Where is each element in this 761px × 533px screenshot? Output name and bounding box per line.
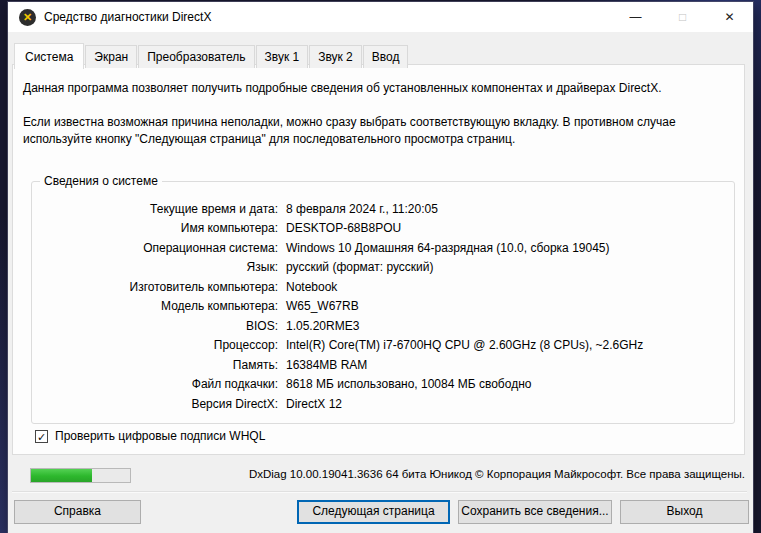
info-value: DirectX 12 [286,397,342,411]
info-label: Версия DirectX: [32,397,278,411]
info-label: Операционная система: [32,241,278,255]
info-label: Изготовитель компьютера: [32,280,278,294]
window-title: Средство диагностики DirectX [44,10,211,24]
info-value: W65_W67RB [286,299,359,313]
directx-app-icon: ✕ [19,9,36,26]
system-info-row: Память: 16384MB RAM [32,355,734,375]
system-info-row: Язык: русский (формат: русский) [32,258,734,278]
button-row-divider [12,491,747,493]
tab[interactable]: Система [14,43,84,69]
intro-line-2: Если известна возможная причина неполадк… [23,114,728,148]
dxdiag-window: ✕ Средство диагностики DirectX — □ ✕ Сис… [8,2,753,533]
info-label: BIOS: [32,319,278,333]
tab[interactable]: Звук 1 [256,45,309,68]
info-value: 1.05.20RME3 [286,319,359,333]
close-button[interactable]: ✕ [706,2,753,32]
exit-button[interactable]: Выход [620,500,749,524]
tab[interactable]: Экран [85,45,137,68]
checkbox-checked-icon[interactable]: ✓ [35,430,48,443]
info-label: Язык: [32,260,278,274]
system-info-row: Изготовитель компьютера: Notebook [32,277,734,297]
info-value: DESKTOP-68B8POU [286,221,401,235]
system-info-row: Имя компьютера: DESKTOP-68B8POU [32,219,734,239]
dialog-body: Система Экран Преобразователь Звук 1 Зву… [8,32,753,533]
info-value: 8618 МБ использовано, 10084 МБ свободно [286,377,531,391]
intro-line-1: Данная программа позволяет получить подр… [23,81,734,95]
whql-checkbox-row[interactable]: ✓ Проверить цифровые подписи WHQL [35,429,265,443]
info-value: 8 февраля 2024 г., 11:20:05 [286,202,438,216]
info-label: Память: [32,358,278,372]
system-info-row: Процессор: Intel(R) Core(TM) i7-6700HQ C… [32,336,734,356]
dxdiag-version-text: DxDiag 10.00.19041.3636 64 бита Юникод ©… [249,468,745,480]
system-info-row: Операционная система: Windows 10 Домашня… [32,238,734,258]
scan-progress-fill [31,469,92,482]
help-button[interactable]: Справка [14,500,141,524]
system-info-row: Файл подкачки: 8618 МБ использовано, 100… [32,375,734,395]
minimize-button[interactable]: — [612,2,659,32]
tab[interactable]: Преобразователь [138,45,254,68]
system-info-row: Версия DirectX: DirectX 12 [32,394,734,414]
system-info-row: Текущие время и дата: 8 февраля 2024 г.,… [32,199,734,219]
save-all-info-button[interactable]: Сохранить все сведения... [458,500,612,524]
next-page-button[interactable]: Следующая страница [297,500,450,524]
info-label: Файл подкачки: [32,377,278,391]
info-value: русский (формат: русский) [286,260,434,274]
whql-checkbox-label: Проверить цифровые подписи WHQL [55,429,265,443]
system-info-row: Модель компьютера: W65_W67RB [32,297,734,317]
system-tab-page: Данная программа позволяет получить подр… [12,64,745,455]
system-info-groupbox: Сведения о системе Текущие время и дата:… [31,181,735,424]
system-info-rows: Текущие время и дата: 8 февраля 2024 г.,… [32,199,734,414]
info-value: Notebook [286,280,337,294]
info-value: Windows 10 Домашняя 64-разрядная (10.0, … [286,241,610,255]
info-value: Intel(R) Core(TM) i7-6700HQ CPU @ 2.60GH… [286,338,643,352]
info-label: Имя компьютера: [32,221,278,235]
system-info-group-title: Сведения о системе [40,174,162,188]
info-label: Процессор: [32,338,278,352]
info-value: 16384MB RAM [286,358,367,372]
title-bar: ✕ Средство диагностики DirectX — □ ✕ [8,2,753,32]
system-info-row: BIOS: 1.05.20RME3 [32,316,734,336]
scan-progress-bar [30,468,131,483]
info-label: Модель компьютера: [32,299,278,313]
info-label: Текущие время и дата: [32,202,278,216]
tab-bar: Система Экран Преобразователь Звук 1 Зву… [14,42,409,68]
maximize-button: □ [659,2,706,32]
tab[interactable]: Звук 2 [309,45,362,68]
tab[interactable]: Ввод [363,45,409,68]
window-controls: — □ ✕ [612,2,753,32]
